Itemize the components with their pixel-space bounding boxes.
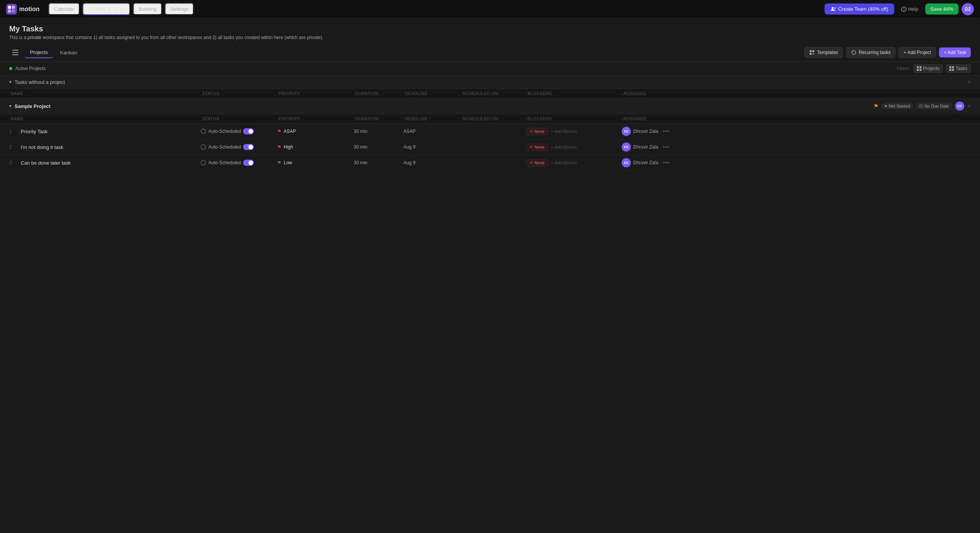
project-add-button[interactable]: + — [967, 103, 971, 110]
task-1-deadline: ASAP — [403, 129, 461, 134]
status-circle-1 — [201, 129, 206, 134]
nav-settings[interactable]: Settings — [165, 3, 194, 15]
task-3-add-blocker[interactable]: + Add Blocker — [551, 160, 577, 165]
auto-toggle-3[interactable] — [243, 160, 254, 166]
col-headers-2: Name Status Priority Duration Deadline S… — [0, 114, 980, 124]
task-1-priority-cell[interactable]: ⚑ ASAP — [277, 129, 354, 134]
col-duration-2: Duration — [354, 116, 403, 121]
page-title: My Tasks — [9, 25, 971, 33]
task-1-blocker[interactable]: ✕ None — [526, 128, 548, 135]
task-2-priority: High — [284, 144, 293, 150]
svg-point-4 — [831, 7, 833, 9]
logo[interactable]: motion — [6, 4, 39, 15]
chevron-sample-project[interactable]: ▾ — [9, 103, 11, 109]
task-3-priority-cell[interactable]: ⚑ Low — [277, 160, 354, 165]
status-circle-3 — [201, 160, 206, 165]
svg-rect-11 — [810, 50, 812, 52]
col-priority-2: Priority — [277, 116, 354, 121]
col-deadline-2: Deadline — [403, 116, 461, 121]
svg-rect-13 — [810, 53, 812, 55]
task-2-priority-cell[interactable]: ⚑ High — [277, 144, 354, 150]
task-3-number: 3 — [9, 160, 15, 165]
recurring-button[interactable]: Recurring tasks — [846, 47, 895, 58]
svg-rect-3 — [12, 10, 15, 13]
active-projects-label: Active Projects — [15, 66, 46, 71]
nav-projects-tasks[interactable]: Projects & Tasks — [83, 3, 130, 15]
task-2-name[interactable]: I'm not doing it task — [21, 144, 64, 150]
svg-rect-1 — [12, 6, 15, 9]
logo-text: motion — [19, 6, 39, 13]
logo-icon — [6, 4, 17, 15]
svg-rect-16 — [920, 66, 921, 68]
create-team-button[interactable]: Create Team (40% off) — [825, 3, 894, 15]
no-due-date[interactable]: No Due Date — [916, 103, 952, 109]
save-button[interactable]: Save 44% — [925, 3, 959, 15]
col-scheduled-1: Scheduled on — [461, 91, 526, 96]
calendar-icon — [919, 104, 923, 108]
col-status-2: Status — [201, 116, 277, 121]
page-subtitle: This is a private workspace that contain… — [9, 35, 971, 40]
task-1-priority: ASAP — [284, 129, 296, 134]
template-icon — [809, 50, 815, 55]
table-row: 3 Can be done later task Auto-Scheduled … — [0, 155, 980, 171]
svg-rect-17 — [917, 69, 919, 71]
section-no-project[interactable]: ▾ Tasks without a project + — [0, 75, 980, 89]
task-1-status-cell: Auto-Scheduled — [201, 128, 277, 134]
project-status-badge[interactable]: Not Started — [882, 103, 913, 109]
col-deadline-1: Deadline — [403, 91, 461, 96]
templates-button[interactable]: Templates — [804, 47, 843, 58]
svg-rect-12 — [812, 50, 814, 52]
task-3-more-button[interactable]: ••• — [660, 159, 671, 167]
team-icon — [831, 7, 836, 12]
task-3-status: Auto-Scheduled — [208, 160, 241, 165]
chevron-no-project: ▾ — [9, 79, 11, 85]
task-2-duration: 30 min — [354, 144, 403, 150]
nav-calendar[interactable]: Calendar — [49, 3, 80, 15]
avatar[interactable]: DZ — [962, 3, 974, 15]
task-1-add-blocker[interactable]: + Add Blocker — [551, 129, 577, 134]
task-1-duration: 30 min — [354, 129, 403, 134]
top-navigation: motion Calendar Projects & Tasks Booking… — [0, 0, 980, 18]
filter-tasks-button[interactable]: Tasks — [946, 64, 971, 73]
project-flag-icon: ⚑ — [874, 103, 879, 109]
sidebar-toggle[interactable] — [9, 46, 21, 59]
filter-bar: Filters: Projects Tasks — [897, 64, 971, 73]
priority-flag-3: ⚑ — [277, 160, 281, 165]
active-dot — [9, 67, 12, 70]
svg-rect-15 — [917, 66, 919, 68]
task-3-name[interactable]: Can be done later task — [21, 160, 71, 166]
help-icon: ? — [901, 7, 906, 12]
project-status-text: Not Started — [889, 104, 910, 108]
auto-toggle-2[interactable] — [243, 144, 254, 150]
table-row: 2 I'm not doing it task Auto-Scheduled ⚑… — [0, 139, 980, 155]
active-projects-bar: Active Projects Filters: Projects Tasks — [0, 62, 980, 75]
toolbar-right: Templates Recurring tasks + Add Project … — [804, 47, 971, 58]
svg-rect-21 — [949, 69, 951, 71]
help-button[interactable]: ? Help — [897, 4, 922, 14]
status-dot — [885, 105, 887, 107]
task-3-blocker[interactable]: ✕ None — [526, 159, 548, 167]
nav-booking[interactable]: Booking — [133, 3, 162, 15]
svg-text:?: ? — [903, 8, 905, 11]
section-add-no-project[interactable]: + — [967, 78, 971, 85]
tab-kanban[interactable]: Kanban — [55, 47, 83, 58]
task-1-more-button[interactable]: ••• — [660, 127, 671, 136]
project-assignee-avatar[interactable]: DZ — [955, 101, 964, 111]
svg-rect-20 — [952, 66, 954, 68]
task-2-add-blocker[interactable]: + Add Blocker — [551, 145, 577, 149]
task-1-name[interactable]: Priority Task — [21, 129, 48, 134]
auto-toggle-1[interactable] — [243, 128, 254, 134]
priority-flag-1: ⚑ — [277, 129, 281, 134]
task-1-assignee-cell: DZ Dhruvir Zala ••• — [622, 127, 971, 136]
tab-projects[interactable]: Projects — [24, 47, 53, 58]
task-2-blocker[interactable]: ✕ None — [526, 144, 548, 151]
add-project-button[interactable]: + Add Project — [898, 47, 936, 58]
task-3-name-cell: 3 Can be done later task — [9, 160, 201, 166]
page-header: My Tasks This is a private workspace tha… — [0, 18, 980, 43]
add-task-button[interactable]: + Add Task — [939, 47, 971, 57]
col-name-2: Name — [9, 116, 201, 121]
task-2-more-button[interactable]: ••• — [660, 143, 671, 151]
task-2-blocker-cell: ✕ None + Add Blocker — [526, 144, 622, 151]
svg-rect-9 — [12, 52, 18, 53]
filter-projects-button[interactable]: Projects — [913, 64, 943, 73]
